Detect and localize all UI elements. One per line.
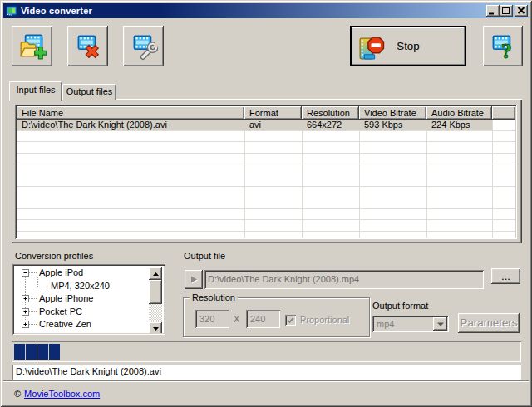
tree-item-label: Pocket PC [39,306,82,318]
tree-connector [29,324,37,325]
cell-video-bitrate: 593 Kbps [359,120,426,130]
tree-connector [29,298,37,299]
website-link[interactable]: MovieToolbox.com [24,389,100,399]
conversion-profiles-label: Conversion profiles [15,251,93,261]
titlebar[interactable]: Video converter [3,3,529,18]
grid-line [359,120,360,238]
svg-text:?: ? [501,38,512,60]
resolution-groupbox: Resolution 320 X 240 Proportional [183,297,370,337]
column-header-resolution[interactable]: Resolution [302,106,359,120]
tab-input-files-label: Input files [16,85,55,95]
output-file-field[interactable]: D:\video\The Dark Knight (2008).mp4 [204,270,484,289]
tree-connector [37,277,38,287]
tree-connector [37,287,48,287]
grid-line [492,120,493,238]
column-header-audio-bitrate[interactable]: Audio Bitrate [426,106,492,120]
tab-output-files-label: Output files [66,86,113,96]
add-files-button[interactable] [12,26,52,66]
tree-item-label: Apple iPod [39,267,83,279]
close-button[interactable] [515,5,528,17]
output-format-label: Output format [372,301,428,311]
resolution-separator: X [234,314,239,324]
scrollbar-thumb[interactable] [149,280,162,304]
expand-icon[interactable] [22,321,29,328]
settings-icon [130,32,158,61]
tab-input-files[interactable]: Input files [9,81,62,101]
progress-block [14,344,25,360]
table-header: File Name Format Resolution Video Bitrat… [17,106,515,120]
progress-blocks [14,344,60,360]
tree-scrollbar[interactable] [149,267,162,333]
table-row-selected[interactable]: D:\video\The Dark Knight (2008).avi avi … [17,120,492,130]
minimize-button[interactable] [486,5,500,17]
profiles-tree: Apple iPod MP4, 320x240 Apple iPhone Poc… [12,264,165,335]
tree-item-label: Apple iPhone [39,292,93,305]
check-icon [285,315,296,326]
copyright-symbol: © [14,389,21,399]
tree-connector [29,272,37,273]
minimize-icon [486,5,500,17]
table-body [17,120,515,238]
column-header-video-bitrate[interactable]: Video Bitrate [359,106,426,120]
output-format-value: mp4 [377,319,394,329]
height-field[interactable]: 240 [246,310,280,328]
add-files-icon [18,32,47,61]
app-icon [6,5,17,17]
resolution-legend: Resolution [190,292,238,302]
output-format-combobox[interactable]: mp4 [372,316,449,332]
input-files-table: File Name Format Resolution Video Bitrat… [15,105,517,239]
column-header-format[interactable]: Format [244,106,302,120]
status-text: D:\video\The Dark Knight (2008).avi [12,365,521,380]
column-header-file-name[interactable]: File Name [17,106,244,120]
progress-block [26,344,37,360]
browse-button[interactable]: ... [491,268,520,284]
width-field[interactable]: 320 [195,310,229,328]
stop-button[interactable]: Stop [350,26,466,66]
window-title: Video converter [21,6,92,16]
cell-audio-bitrate: 224 Kbps [426,120,492,130]
grid-line [244,120,245,238]
maximize-icon [500,5,513,17]
close-icon [515,5,528,17]
maximize-button[interactable] [500,5,513,17]
play-button[interactable] [185,270,203,289]
expand-icon[interactable] [22,295,29,302]
progress-block [49,344,60,360]
cell-file-name: D:\video\The Dark Knight (2008).avi [17,120,244,130]
footer-divider [3,380,529,382]
footer: © MovieToolbox.com [14,388,100,400]
help-button[interactable]: ? [483,26,523,66]
scroll-up-button[interactable] [149,267,162,280]
grid-line [426,120,427,238]
chevron-down-icon [437,322,444,326]
play-icon [189,275,199,285]
help-icon: ? [489,32,517,61]
tree-connector [29,311,37,312]
scroll-down-icon [153,327,159,331]
stop-button-label: Stop [352,27,465,65]
app-window: Video converter [0,0,532,407]
remove-files-icon [74,32,102,61]
remove-files-button[interactable] [67,26,108,66]
tree-item-label: MP4, 320x240 [51,280,110,292]
collapse-icon[interactable] [22,269,29,277]
grid-line [302,120,303,238]
tab-output-files[interactable]: Output files [62,84,116,100]
proportional-checkbox[interactable] [285,315,296,326]
proportional-label: Proportional [300,315,349,325]
combobox-arrow-button[interactable] [433,317,447,331]
progress-bar [12,341,521,362]
scroll-down-button[interactable] [149,322,162,333]
tree-item-label: Creative Zen [39,318,91,331]
progress-block [37,344,48,360]
output-file-label: Output file [184,251,225,261]
scroll-up-icon [153,272,159,276]
cell-format: avi [244,120,302,130]
settings-button[interactable] [123,26,164,66]
expand-icon[interactable] [22,308,29,316]
parameters-button[interactable]: Parameters [458,313,520,333]
cell-resolution: 664x272 [302,120,359,130]
column-header-filler [492,106,515,120]
